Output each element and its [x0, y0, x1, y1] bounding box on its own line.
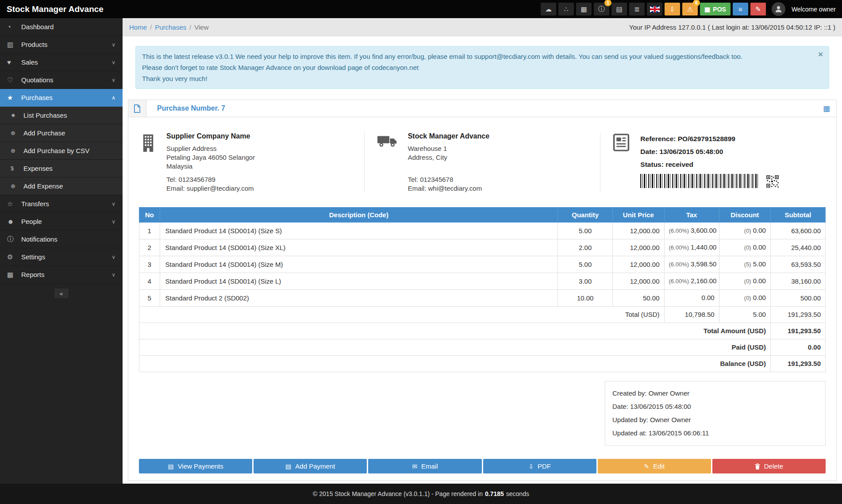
- discount-note: (0): [744, 295, 751, 301]
- user-avatar[interactable]: [772, 2, 785, 16]
- sidebar-item-add-purchase[interactable]: ⊕ Add Purchase: [0, 124, 123, 142]
- plus-circle-icon: ⊕: [11, 147, 23, 154]
- cell-no: 1: [139, 223, 160, 239]
- language-button[interactable]: [647, 3, 662, 15]
- discount-note: (5): [744, 261, 751, 268]
- add-payment-button[interactable]: ▤ Add Payment: [254, 459, 367, 473]
- alert-line-1: This is the latest release v3.0.1 We nee…: [142, 51, 811, 62]
- quick-edit-button[interactable]: ✎: [750, 3, 766, 15]
- supplier-address-3: Malaysia: [166, 162, 255, 171]
- sidebar-item-expenses[interactable]: $ Expenses: [0, 160, 123, 177]
- created-date: Date: 13/06/2015 05:48:00: [612, 400, 818, 413]
- info-button[interactable]: ⓘ 1: [594, 3, 609, 15]
- sidebar-item-label: Notifications: [21, 235, 58, 243]
- table-total-row: Total (USD) 10,798.50 5.00 191,293.50: [139, 307, 826, 323]
- main-content: This is the latest release v3.0.1 We nee…: [123, 36, 842, 484]
- calculator-icon: ▦: [581, 5, 587, 13]
- total-discount: 5.00: [719, 307, 770, 323]
- welcome-text: Welcome owner: [792, 6, 836, 13]
- company-tel: Tel: 012345678: [408, 175, 489, 184]
- reference-date: Date: 13/06/2015 05:48:00: [640, 145, 779, 158]
- qr-code: [766, 175, 779, 188]
- building-icon: [141, 132, 156, 193]
- sidebar-item-label: Expenses: [23, 165, 53, 172]
- calendar-button[interactable]: ▤: [611, 3, 627, 15]
- breadcrumb-current: View: [194, 23, 208, 31]
- view-payments-button[interactable]: ▤ View Payments: [139, 459, 252, 473]
- cell-tax: (6.00%)1,440.00: [664, 239, 719, 256]
- company-details: Stock Manager Advance Warehouse 1 Addres…: [408, 132, 489, 193]
- delete-button[interactable]: Delete: [712, 459, 826, 473]
- file-icon: [128, 100, 146, 117]
- download-button[interactable]: ⇩: [665, 3, 680, 15]
- discount-value: 0.00: [753, 227, 766, 234]
- list-button[interactable]: ≡: [733, 3, 748, 15]
- pos-button[interactable]: ▦ POS: [700, 3, 731, 15]
- sidebar-item-sales[interactable]: ♥ Sales ∨: [0, 54, 123, 71]
- heart-outline-icon: ♡: [7, 76, 21, 84]
- close-icon[interactable]: ×: [818, 49, 823, 60]
- warning-icon: ⚠: [687, 5, 693, 13]
- discount-note: (0): [744, 278, 751, 285]
- sidebar-item-label: Quotations: [21, 76, 54, 84]
- sidebar-item-label: Dashboard: [21, 23, 54, 31]
- cell-description: Standard Product 14 (SD0014) (Size M): [160, 256, 558, 273]
- sidebar-item-transfers[interactable]: ☆ Transfers ∨: [0, 195, 123, 213]
- list-icon: ≡: [738, 5, 742, 13]
- discount-value: 0.00: [753, 294, 766, 301]
- cell-discount: (0)0.00: [719, 223, 770, 239]
- star-icon: ★: [11, 112, 23, 119]
- footer-suffix: seconds: [506, 490, 529, 497]
- alerts-badge: 6: [693, 0, 700, 6]
- pencil-icon: ✎: [755, 5, 761, 13]
- cell-tax: (6.00%)3,600.00: [664, 223, 719, 239]
- heart-icon: ♥: [7, 58, 21, 66]
- payments-icon: ▤: [168, 463, 173, 469]
- pdf-button[interactable]: ⇩ PDF: [483, 459, 596, 473]
- sidebar-item-products[interactable]: ▥ Products ∨: [0, 36, 123, 54]
- supplier-details: Supplier Company Name Supplier Address P…: [166, 132, 255, 193]
- cloud-icon: ☁: [545, 5, 552, 13]
- edit-button[interactable]: ✎ Edit: [598, 459, 711, 473]
- purchase-info-section: Supplier Company Name Supplier Address P…: [128, 117, 836, 207]
- table-row: 4 Standard Product 14 (SD0014) (Size L) …: [139, 273, 826, 290]
- reference-details: Reference: PO/629791528899 Date: 13/06/2…: [640, 132, 779, 193]
- database-icon: ≣: [634, 5, 640, 13]
- sidebar-item-notifications[interactable]: ⓘ Notifications: [0, 231, 123, 248]
- summary-row-paid: Paid (USD) 0.00: [139, 339, 826, 356]
- summary-label: Paid (USD): [139, 339, 771, 356]
- cell-unit-price: 12,000.00: [613, 223, 664, 239]
- sidebar-item-reports[interactable]: ▦ Reports ∨: [0, 266, 123, 284]
- alerts-button[interactable]: ⚠ 6: [682, 3, 698, 15]
- breadcrumb-separator: /: [150, 23, 152, 31]
- sidebar-item-quotations[interactable]: ♡ Quotations ∨: [0, 71, 123, 89]
- breadcrumb-purchases[interactable]: Purchases: [155, 23, 186, 31]
- sidebar-item-add-expense[interactable]: ⊕ Add Expense: [0, 177, 123, 195]
- app-title: Stock Manager Advance: [7, 4, 104, 14]
- release-alert: This is the latest release v3.0.1 We nee…: [135, 46, 829, 89]
- sidebar-item-settings[interactable]: ⚙ Settings ∨: [0, 248, 123, 266]
- cloud-button[interactable]: ☁: [541, 3, 556, 15]
- cell-description: Standard Product 14 (SD0014) (Size S): [160, 223, 558, 239]
- sidebar-item-people[interactable]: ☻ People ∨: [0, 213, 123, 231]
- cell-unit-price: 12,000.00: [613, 239, 664, 256]
- sidebar-item-add-purchase-csv[interactable]: ⊕ Add Purchase by CSV: [0, 142, 123, 160]
- sidebar-collapse-button[interactable]: «: [54, 289, 69, 298]
- cell-quantity: 5.00: [558, 223, 613, 239]
- delete-label: Delete: [764, 462, 783, 470]
- tax-rate-note: (6.00%): [669, 244, 689, 251]
- page-title: Purchase Number. 7: [157, 104, 225, 112]
- calculator-button[interactable]: ▦: [576, 3, 592, 15]
- share-button[interactable]: ∴: [558, 3, 574, 15]
- ip-info: Your IP Address 127.0.0.1 ( Last login a…: [629, 23, 835, 31]
- envelope-icon: ✉: [412, 463, 417, 469]
- share-icon: ∴: [564, 5, 569, 13]
- breadcrumb-home[interactable]: Home: [129, 23, 147, 31]
- table-toggle-icon[interactable]: ▦: [823, 104, 830, 113]
- email-button[interactable]: ✉ Email: [368, 459, 481, 473]
- discount-value: 0.00: [753, 277, 766, 285]
- sidebar-item-purchases[interactable]: ★ Purchases ∧: [0, 89, 123, 107]
- sidebar-item-list-purchases[interactable]: ★ List Purchases: [0, 107, 123, 124]
- database-button[interactable]: ≣: [629, 3, 645, 15]
- sidebar-item-dashboard[interactable]: ◔ Dashboard: [0, 18, 123, 36]
